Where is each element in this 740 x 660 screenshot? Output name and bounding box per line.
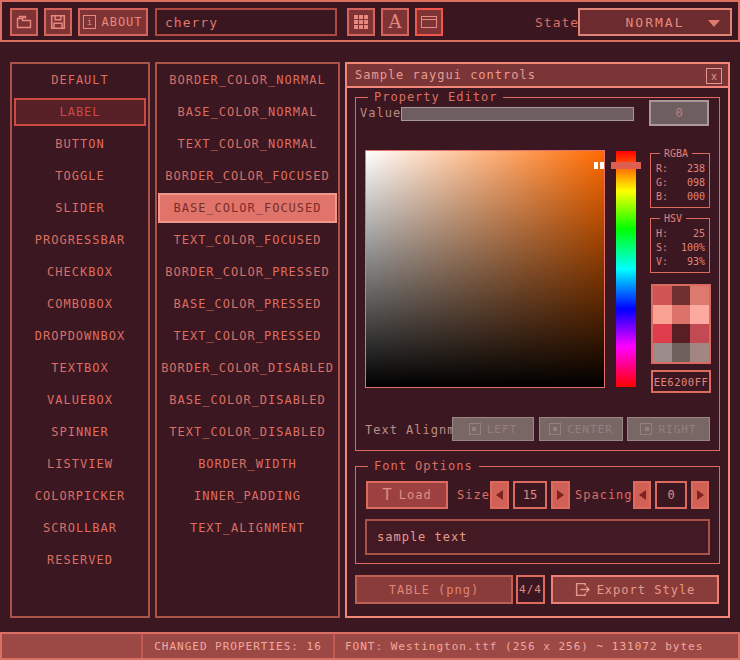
spacing-increment-button[interactable]	[691, 481, 709, 509]
control-item-textbox[interactable]: TEXTBOX	[12, 352, 148, 384]
text-t-icon: T	[382, 487, 393, 503]
load-font-button[interactable]: T Load	[366, 481, 448, 509]
control-item-listview[interactable]: LISTVIEW	[12, 448, 148, 480]
style-name-input[interactable]	[155, 8, 337, 36]
hsv-group-label: HSV	[660, 213, 686, 224]
size-increment-button[interactable]	[551, 481, 570, 509]
floppy-save-icon	[50, 14, 66, 30]
control-item-slider[interactable]: SLIDER	[12, 192, 148, 224]
color-swatch[interactable]	[653, 286, 672, 305]
sample-window-titlebar[interactable]: Sample raygui controls	[347, 64, 728, 88]
control-item-default[interactable]: DEFAULT	[12, 64, 148, 96]
toolbar: i ABOUT A State: NORMAL	[0, 0, 740, 42]
control-item-checkbox[interactable]: CHECKBOX	[12, 256, 148, 288]
color-swatch[interactable]	[653, 305, 672, 324]
sample-window-toggle-button[interactable]	[415, 8, 443, 36]
about-button[interactable]: i ABOUT	[78, 8, 148, 36]
property-item-text_alignment[interactable]: TEXT_ALIGNMENT	[157, 512, 338, 544]
state-dropdown[interactable]: NORMAL	[578, 8, 732, 36]
export-style-button[interactable]: Export Style	[551, 575, 719, 604]
color-swatch[interactable]	[653, 324, 672, 343]
control-item-reserved[interactable]: RESERVED	[12, 544, 148, 576]
color-swatch[interactable]	[653, 343, 672, 362]
property-item-border_width[interactable]: BORDER_WIDTH	[157, 448, 338, 480]
sample-window-title: Sample raygui controls	[355, 68, 536, 82]
spacing-decrement-button[interactable]	[633, 481, 651, 509]
property-item-base_color_disabled[interactable]: BASE_COLOR_DISABLED	[157, 384, 338, 416]
status-bar: CHANGED PROPERTIES: 16 FONT: Westington.…	[0, 632, 740, 660]
color-swatch-grid	[651, 284, 711, 364]
hex-color-box[interactable]: EE6200FF	[651, 370, 711, 393]
property-item-base_color_normal[interactable]: BASE_COLOR_NORMAL	[157, 96, 338, 128]
control-item-colorpicker[interactable]: COLORPICKER	[12, 480, 148, 512]
rgba-group-label: RGBA	[660, 148, 692, 159]
color-swatch[interactable]	[672, 286, 691, 305]
control-item-label[interactable]: LABEL	[14, 98, 146, 126]
align-center-button[interactable]: CENTER	[539, 417, 623, 441]
table-pages-indicator[interactable]: 4/4	[516, 575, 545, 604]
property-item-text_color_focused[interactable]: TEXT_COLOR_FOCUSED	[157, 224, 338, 256]
property-item-inner_padding[interactable]: INNER_PADDING	[157, 480, 338, 512]
control-item-toggle[interactable]: TOGGLE	[12, 160, 148, 192]
status-section-empty	[2, 634, 143, 658]
close-icon[interactable]: x	[706, 68, 722, 84]
grid-icon	[354, 15, 368, 29]
property-item-border_color_disabled[interactable]: BORDER_COLOR_DISABLED	[157, 352, 338, 384]
value-slider[interactable]	[401, 107, 634, 121]
style-table-view-button[interactable]	[347, 8, 375, 36]
align-right-button[interactable]: RIGHT	[627, 417, 710, 441]
font-view-button[interactable]: A	[381, 8, 409, 36]
control-item-button[interactable]: BUTTON	[12, 128, 148, 160]
property-item-text_color_normal[interactable]: TEXT_COLOR_NORMAL	[157, 128, 338, 160]
property-item-base_color_focused[interactable]: BASE_COLOR_FOCUSED	[158, 193, 337, 223]
text-alignment-label: Text Alignme	[365, 423, 464, 437]
controls-list: DEFAULTLABELBUTTONTOGGLESLIDERPROGRESSBA…	[10, 62, 150, 618]
rgba-r-row: R:238	[656, 163, 705, 174]
color-swatch[interactable]	[690, 286, 709, 305]
property-item-border_color_normal[interactable]: BORDER_COLOR_NORMAL	[157, 64, 338, 96]
color-picker-cursor[interactable]	[594, 162, 598, 169]
color-picker-cursor[interactable]	[600, 162, 604, 169]
spacing-value-box[interactable]: 0	[655, 481, 687, 509]
color-swatch[interactable]	[672, 343, 691, 362]
property-item-border_color_focused[interactable]: BORDER_COLOR_FOCUSED	[157, 160, 338, 192]
property-item-border_color_pressed[interactable]: BORDER_COLOR_PRESSED	[157, 256, 338, 288]
control-item-spinner[interactable]: SPINNER	[12, 416, 148, 448]
rgba-group: RGBA R:238 G:098 B:000	[650, 153, 710, 208]
color-swatch[interactable]	[672, 324, 691, 343]
properties-list: BORDER_COLOR_NORMALBASE_COLOR_NORMALTEXT…	[155, 62, 340, 618]
value-box[interactable]: 0	[649, 100, 709, 126]
size-value-box[interactable]: 15	[513, 481, 547, 509]
control-item-valuebox[interactable]: VALUEBOX	[12, 384, 148, 416]
control-item-combobox[interactable]: COMBOBOX	[12, 288, 148, 320]
control-item-scrollbar[interactable]: SCROLLBAR	[12, 512, 148, 544]
control-item-progressbar[interactable]: PROGRESSBAR	[12, 224, 148, 256]
property-editor-group-label: Property Editor	[368, 90, 503, 104]
property-item-text_color_disabled[interactable]: TEXT_COLOR_DISABLED	[157, 416, 338, 448]
color-swatch[interactable]	[690, 343, 709, 362]
font-options-group-label: Font Options	[368, 459, 479, 473]
property-editor-group: Property Editor Value: 0 RGBA R:238 G:09…	[355, 97, 720, 451]
hue-bar-cursor[interactable]	[611, 162, 641, 169]
open-style-button[interactable]	[10, 8, 38, 36]
arrow-left-icon	[639, 490, 646, 500]
color-picker-panel[interactable]	[365, 150, 605, 388]
sample-controls-window: Sample raygui controls x Property Editor…	[345, 62, 730, 618]
info-icon: i	[83, 15, 96, 29]
hsv-v-row: V:93%	[656, 256, 705, 267]
save-style-button[interactable]	[44, 8, 72, 36]
align-left-button[interactable]: LEFT	[452, 417, 534, 441]
sample-text-input[interactable]	[365, 519, 710, 555]
control-item-dropdownbox[interactable]: DROPDOWNBOX	[12, 320, 148, 352]
hsv-group: HSV H:25 S:100% V:93%	[650, 218, 710, 273]
color-swatch[interactable]	[690, 305, 709, 324]
color-swatch[interactable]	[690, 324, 709, 343]
status-changed-properties: CHANGED PROPERTIES: 16	[143, 634, 335, 658]
table-png-button[interactable]: TABLE (png)	[355, 575, 513, 604]
property-item-text_color_pressed[interactable]: TEXT_COLOR_PRESSED	[157, 320, 338, 352]
color-swatch[interactable]	[672, 305, 691, 324]
hue-bar[interactable]	[615, 150, 637, 388]
property-item-base_color_pressed[interactable]: BASE_COLOR_PRESSED	[157, 288, 338, 320]
size-decrement-button[interactable]	[490, 481, 509, 509]
rguistyler-app: { "toolbar": { "about_label": "ABOUT", "…	[0, 0, 740, 660]
